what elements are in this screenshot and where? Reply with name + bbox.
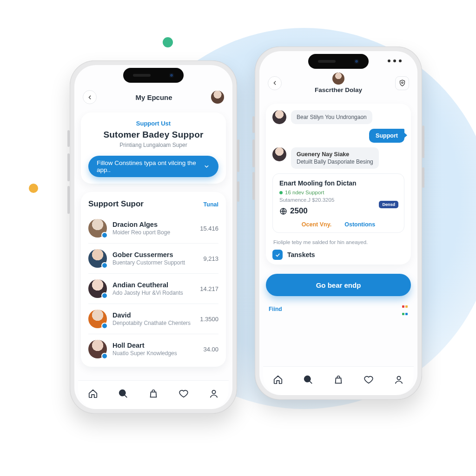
find-link[interactable]: Fiind [269,306,282,312]
list-item[interactable]: Gober Cussermers Buentary Custormer Supp… [88,244,218,274]
list-item[interactable]: Andian Ceutheral Ado Jaosty Hur &Vi Roda… [88,274,218,304]
list-value: 34.00 [203,346,218,353]
list-title: Support Supor [88,199,144,209]
phone-left: My Epcune Support Ust Sutomer Badey Supp… [70,60,237,414]
message-out: Support [369,129,404,143]
list-item[interactable]: Holl Deart Nuatlo Super Knowledges 34.00 [88,334,218,364]
nav-bag[interactable] [328,370,349,390]
page-title: My Epcune [97,93,211,101]
list-item[interactable]: Dracion Alges Moider Reo uport Boge 15.4… [88,213,218,244]
phone-right: Fascrther Dolay Bear Stilyn You Undronga… [255,46,422,400]
ticket-tabs: Ocent Vny. Ostontions [279,221,397,228]
list-item[interactable]: David Denpotabity Cnathate Chenters 1.35… [88,304,218,334]
check-icon [275,252,281,258]
left-header: My Epcune [74,84,232,109]
list-value: 9,213 [203,255,218,262]
ticket-status: 16 ndev Support [279,190,397,195]
page-title: Fascrther Dolay [282,86,395,93]
avatar [88,340,107,358]
hero-card: Support Ust Sutomer Badey Suppor Printia… [81,112,226,184]
list-action[interactable]: Tunal [204,201,218,208]
nav-profile[interactable] [204,383,224,404]
nav-search[interactable] [298,370,318,390]
hero-title: Sutomer Badey Suppor [88,130,218,140]
back-button[interactable] [83,90,97,104]
shield-icon [398,79,406,87]
nav-home[interactable] [268,370,288,390]
app-grid-icon[interactable] [402,302,408,317]
support-list: Support Supor Tunal Dracion Alges Moider… [81,192,226,367]
message-bubble: Bear Stilyn You Undrongaon [291,110,372,124]
avatar [272,147,286,161]
filter-dropdown[interactable]: Fillow Constines typa ont vilcing the ap… [88,156,218,177]
bottom-nav [263,366,414,395]
option-row[interactable]: Tanskets [272,250,404,260]
list-value: 14.217 [200,285,218,292]
avatar [88,310,107,328]
nav-favorites[interactable] [358,370,379,390]
screen-left: My Epcune Support Ust Sutomer Badey Supp… [74,65,232,409]
chat-area: Bear Stilyn You Undrongaon Support Guene… [266,104,411,264]
nav-search[interactable] [113,383,133,404]
list-value: 15.416 [200,225,218,232]
ticket-card[interactable]: Enart Mooling fon Dictan 16 ndev Support… [272,173,404,233]
primary-cta[interactable]: Go bear endp [266,274,411,296]
avatar [88,279,107,298]
hero-subtitle: Printiang Lungaloam Super [88,142,218,148]
list-value: 1.3500 [200,316,218,323]
shield-button[interactable] [395,76,409,90]
avatar [272,110,286,124]
message-in: Guenery Nay Siake Detuilt Bally Dasporia… [272,147,404,169]
avatar [88,219,107,238]
svg-point-0 [212,390,215,393]
header-avatar[interactable] [332,73,344,85]
bottom-nav [78,380,229,409]
checkbox-label: Tanskets [287,251,315,258]
back-button[interactable] [268,76,282,90]
avatar [88,249,107,268]
tab-b[interactable]: Ostontions [344,221,375,228]
nav-favorites[interactable] [173,383,194,404]
filter-dropdown-label: Fillow Constines typa ont vilcing the ap… [97,159,203,173]
nav-home[interactable] [83,383,103,404]
status-indicators [388,60,402,62]
screen-right: Fascrther Dolay Bear Stilyn You Undronga… [259,51,417,395]
nav-bag[interactable] [143,383,164,404]
status-chip: Densd [379,201,398,208]
svg-point-1 [401,82,403,84]
nav-profile[interactable] [389,370,409,390]
footer-row: Fiind [269,302,408,317]
message-bubble: Guenery Nay Siake Detuilt Bally Dasporia… [291,147,379,169]
tab-a[interactable]: Ocent Vny. [302,221,331,228]
ticket-title: Enart Mooling fon Dictan [279,179,397,187]
helper-note: Fioliple teby me salded for hin aneayed. [273,239,403,245]
svg-point-3 [397,376,400,379]
message-in: Bear Stilyn You Undrongaon [272,110,404,124]
chevron-down-icon [203,163,210,170]
checkbox-checked[interactable] [272,250,283,260]
device-notch [123,68,184,83]
device-notch [308,54,369,69]
globe-icon [279,207,287,215]
hero-tag[interactable]: Support Ust [88,120,218,127]
profile-avatar[interactable] [211,91,224,104]
right-header: Fascrther Dolay [259,70,417,98]
